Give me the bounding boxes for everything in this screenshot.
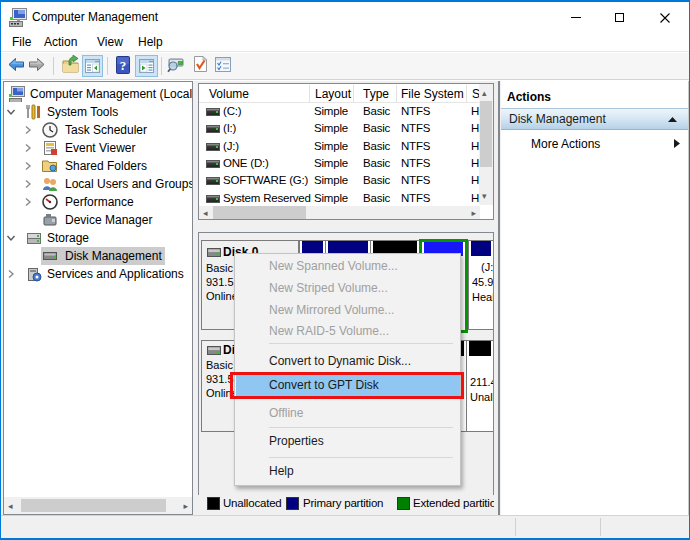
svg-text:?: ? — [120, 58, 127, 73]
